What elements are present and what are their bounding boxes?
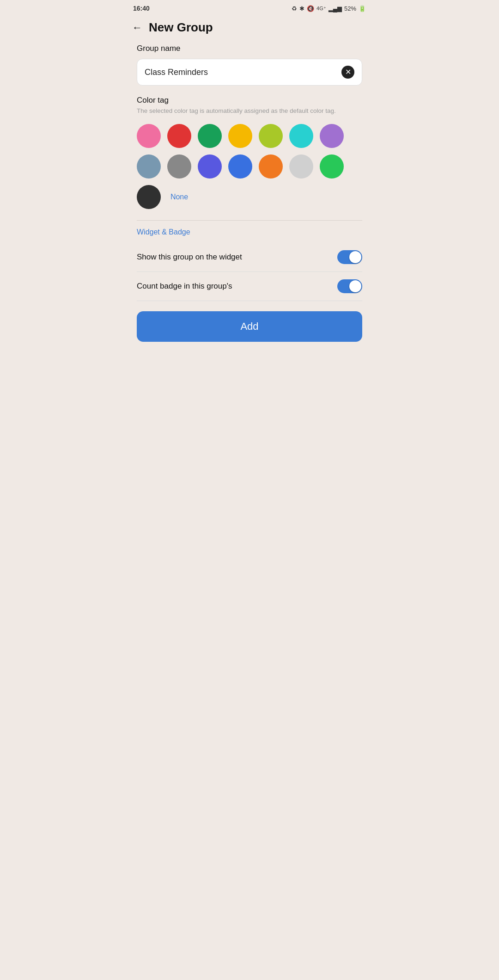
color-tag-description: The selected color tag is automatically … [137, 107, 362, 116]
show-widget-toggle[interactable] [337, 250, 362, 264]
color-green[interactable] [198, 124, 222, 148]
color-blue[interactable] [228, 154, 252, 179]
page-title: New Group [149, 20, 213, 35]
add-button[interactable]: Add [137, 311, 362, 342]
color-red[interactable] [167, 124, 191, 148]
content-area: Group name ✕ Color tag The selected colo… [125, 44, 374, 342]
section-divider [137, 220, 362, 221]
color-black[interactable] [137, 185, 161, 209]
color-purple[interactable] [320, 124, 344, 148]
color-indigo[interactable] [198, 154, 222, 179]
battery-icon: 🔋 [359, 5, 366, 12]
color-lime[interactable] [259, 124, 283, 148]
group-name-label: Group name [137, 44, 362, 53]
close-icon: ✕ [345, 68, 351, 76]
count-badge-toggle[interactable] [337, 279, 362, 293]
bluetooth-icon: ✱ [299, 5, 304, 12]
recycle-icon: ♻ [292, 5, 297, 12]
count-badge-row: Count badge in this group's [137, 272, 362, 301]
color-light-gray[interactable] [289, 154, 313, 179]
status-icons: ♻ ✱ 🔇 4G⁺ ▂▄▆ 52% 🔋 [292, 5, 366, 12]
group-name-field-wrapper: ✕ [137, 59, 362, 86]
header: ← New Group [125, 15, 374, 42]
battery-text: 52% [344, 5, 356, 12]
signal-icon: 4G⁺ [316, 6, 326, 12]
mute-icon: 🔇 [307, 5, 314, 12]
back-button[interactable]: ← [132, 22, 142, 34]
color-slate[interactable] [137, 154, 161, 179]
clear-input-button[interactable]: ✕ [341, 66, 354, 79]
show-widget-label: Show this group on the widget [137, 253, 242, 262]
status-time: 16:40 [133, 5, 150, 12]
show-widget-row: Show this group on the widget [137, 243, 362, 271]
color-grid: None [137, 124, 362, 209]
color-tag-title: Color tag [137, 96, 362, 105]
status-bar: 16:40 ♻ ✱ 🔇 4G⁺ ▂▄▆ 52% 🔋 [125, 0, 374, 15]
color-emerald[interactable] [320, 154, 344, 179]
bars-icon: ▂▄▆ [329, 5, 342, 12]
color-cyan[interactable] [289, 124, 313, 148]
color-pink[interactable] [137, 124, 161, 148]
color-gray[interactable] [167, 154, 191, 179]
group-name-input[interactable] [145, 68, 341, 77]
row-divider-2 [137, 301, 362, 301]
widget-badge-title: Widget & Badge [137, 228, 362, 236]
color-none-option[interactable]: None [167, 185, 191, 209]
count-badge-label: Count badge in this group's [137, 282, 232, 291]
color-yellow[interactable] [228, 124, 252, 148]
color-orange[interactable] [259, 154, 283, 179]
